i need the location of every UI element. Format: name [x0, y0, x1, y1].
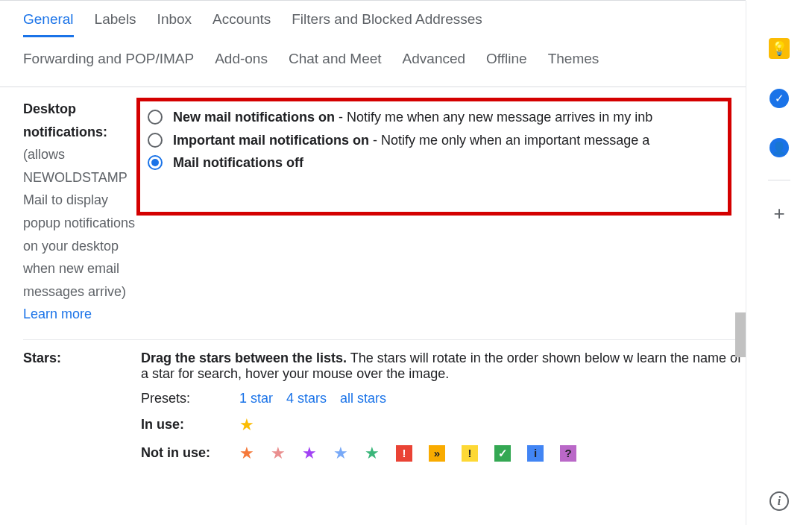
in-use-icons: ★: [239, 415, 254, 435]
preset-4-stars[interactable]: 4 stars: [286, 391, 327, 406]
setting-stars: Stars: Drag the stars between the lists.…: [23, 350, 746, 477]
learn-more-link[interactable]: Learn more: [23, 303, 141, 326]
setting-desktop-notifications: Desktop notifications: (allows NEWOLDSTA…: [23, 98, 746, 340]
notifications-help: (allows NEWOLDSTAMP Mail to display popu…: [23, 143, 141, 303]
radio-icon[interactable]: [148, 155, 163, 170]
not-in-use-icons: ★★★★★!»!✓i?: [239, 444, 576, 463]
side-panel-separator: [768, 180, 790, 180]
star-square-icon[interactable]: ✓: [494, 445, 511, 462]
not-in-use-row: Not in use: ★★★★★!»!✓i?: [141, 444, 746, 463]
not-in-use-label: Not in use:: [141, 445, 223, 461]
star-square-icon[interactable]: !: [462, 445, 478, 462]
star-icon[interactable]: ★: [239, 444, 254, 463]
preset-all-stars[interactable]: all stars: [340, 391, 386, 406]
stars-content: Drag the stars between the lists. The st…: [141, 350, 746, 463]
in-use-row: In use: ★: [141, 415, 746, 435]
radio-mail-off[interactable]: Mail notifications off: [148, 151, 720, 175]
keep-icon[interactable]: 💡: [769, 38, 790, 59]
notifications-label-col: Desktop notifications: (allows NEWOLDSTA…: [23, 98, 141, 326]
tab-general[interactable]: General: [23, 11, 74, 37]
main-area: General Labels Inbox Accounts Filters an…: [0, 1, 812, 525]
radio-icon[interactable]: [148, 133, 163, 148]
tab-advanced[interactable]: Advanced: [403, 51, 466, 75]
side-panel: 💡 ✓ 👤 + i: [746, 1, 812, 525]
stars-label: Stars:: [23, 350, 141, 366]
tasks-icon[interactable]: ✓: [769, 89, 789, 108]
radio-label: Mail notifications off: [173, 151, 303, 175]
star-icon[interactable]: ★: [302, 444, 317, 463]
star-square-icon[interactable]: i: [527, 445, 544, 462]
tab-labels[interactable]: Labels: [95, 11, 136, 37]
add-addon-icon[interactable]: +: [769, 203, 790, 224]
star-icon[interactable]: ★: [271, 444, 286, 463]
settings-content: General Labels Inbox Accounts Filters an…: [0, 1, 746, 525]
tab-chat[interactable]: Chat and Meet: [289, 51, 382, 75]
star-icon[interactable]: ★: [333, 444, 348, 463]
tab-themes[interactable]: Themes: [548, 51, 599, 75]
tab-addons[interactable]: Add-ons: [215, 51, 268, 75]
settings-body: Desktop notifications: (allows NEWOLDSTA…: [0, 87, 746, 477]
scrollbar-thumb[interactable]: [735, 312, 746, 357]
star-square-icon[interactable]: »: [429, 445, 445, 462]
tabs-row-2: Forwarding and POP/IMAP Add-ons Chat and…: [0, 45, 746, 87]
highlight-box: New mail notifications on - Notify me wh…: [136, 98, 731, 216]
tab-filters[interactable]: Filters and Blocked Addresses: [292, 11, 482, 37]
star-icon[interactable]: ★: [365, 444, 380, 463]
tab-offline[interactable]: Offline: [486, 51, 527, 75]
info-icon[interactable]: i: [769, 491, 789, 511]
star-icon[interactable]: ★: [239, 415, 254, 435]
radio-label: Important mail notifications on - Notify…: [173, 129, 649, 152]
star-square-icon[interactable]: !: [396, 445, 412, 462]
star-square-icon[interactable]: ?: [560, 445, 576, 462]
tabs-row-1: General Labels Inbox Accounts Filters an…: [0, 1, 746, 45]
notifications-options: New mail notifications on - Notify me wh…: [141, 98, 746, 216]
presets-row: Presets: 1 star 4 stars all stars: [141, 391, 746, 406]
radio-important-mail[interactable]: Important mail notifications on - Notify…: [148, 129, 720, 152]
presets-label: Presets:: [141, 391, 223, 406]
tab-accounts[interactable]: Accounts: [213, 11, 271, 37]
radio-label: New mail notifications on - Notify me wh…: [173, 106, 652, 129]
tab-inbox[interactable]: Inbox: [157, 11, 192, 37]
notifications-title: Desktop notifications:: [23, 98, 141, 143]
stars-desc: Drag the stars between the lists. The st…: [141, 350, 746, 382]
in-use-label: In use:: [141, 417, 223, 433]
preset-1-star[interactable]: 1 star: [239, 391, 273, 406]
radio-icon[interactable]: [148, 110, 163, 125]
radio-new-mail[interactable]: New mail notifications on - Notify me wh…: [148, 106, 720, 129]
contacts-icon[interactable]: 👤: [769, 138, 789, 157]
preset-links: 1 star 4 stars all stars: [239, 391, 386, 406]
tab-forwarding[interactable]: Forwarding and POP/IMAP: [23, 51, 194, 75]
